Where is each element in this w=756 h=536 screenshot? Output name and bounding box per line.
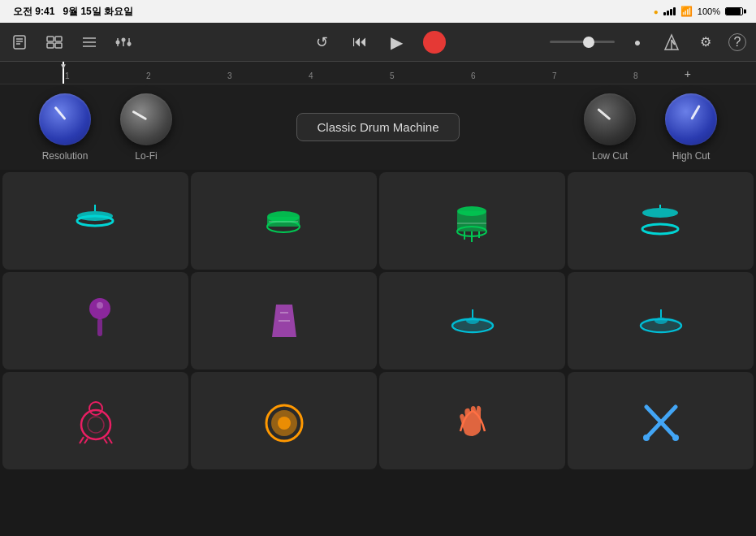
status-bar: 오전 9:41 9월 15일 화요일 ● 📶 100%	[0, 0, 756, 23]
tracks-list-button[interactable]	[78, 31, 101, 54]
new-track-button[interactable]	[10, 31, 32, 54]
lowcut-knob-container: Low Cut	[569, 93, 650, 162]
status-date: 9월 15일 화요일	[63, 6, 133, 17]
volume-slider[interactable]	[550, 41, 615, 43]
lofi-knob-container: Lo-Fi	[106, 93, 187, 162]
resolution-knob-container: Resolution	[24, 93, 106, 162]
svg-point-21	[77, 211, 113, 221]
signal-icon	[663, 7, 676, 15]
pad-hihat-closed[interactable]	[2, 172, 188, 270]
ruler: 1 2 3 4 5 6 7 8 +	[0, 62, 756, 84]
svg-line-54	[108, 437, 112, 443]
pad-shaker[interactable]	[2, 272, 188, 370]
highcut-label: High Cut	[672, 150, 711, 162]
pads-grid	[0, 170, 756, 472]
toolbar-left-group	[10, 31, 135, 54]
resolution-knob-indicator	[54, 106, 66, 119]
toolbar: ↺ ⏮ ▶ ● ⚙ ?	[0, 23, 756, 62]
pad-bass-drum[interactable]	[191, 372, 377, 469]
ruler-mark-8: 8	[633, 71, 638, 80]
pad-sticks[interactable]	[568, 372, 754, 469]
svg-point-49	[654, 318, 667, 324]
preset-name[interactable]: Classic Drum Machine	[296, 113, 459, 141]
rewind-button[interactable]: ⏮	[348, 31, 371, 54]
resolution-knob[interactable]	[39, 93, 91, 145]
add-track-button[interactable]: +	[685, 67, 691, 80]
view-toggle-button[interactable]	[44, 31, 67, 54]
lofi-label: Lo-Fi	[135, 150, 157, 162]
highcut-knob-indicator	[690, 104, 701, 119]
lofi-knob-indicator	[132, 110, 147, 120]
svg-point-63	[643, 434, 650, 441]
svg-line-55	[84, 439, 88, 443]
svg-line-53	[80, 437, 84, 443]
svg-rect-4	[47, 37, 54, 41]
pad-roland[interactable]	[2, 372, 188, 469]
ruler-mark-2: 2	[146, 71, 151, 80]
play-button[interactable]: ▶	[386, 31, 408, 54]
lowcut-label: Low Cut	[592, 150, 628, 162]
controls-area: Resolution Lo-Fi Classic Drum Machine Lo…	[0, 84, 756, 170]
highcut-knob-container: High Cut	[650, 93, 732, 162]
settings-button[interactable]: ⚙	[694, 31, 717, 54]
pad-snare[interactable]	[191, 172, 377, 270]
svg-point-45	[466, 318, 479, 324]
ruler-mark-4: 4	[309, 71, 313, 80]
svg-rect-6	[47, 43, 54, 48]
ruler-mark-6: 6	[471, 71, 476, 80]
svg-rect-7	[55, 43, 62, 48]
pad-clap[interactable]	[379, 372, 565, 469]
resolution-label: Resolution	[42, 150, 89, 162]
lowcut-knob[interactable]	[584, 93, 636, 145]
ruler-mark-3: 3	[227, 71, 232, 80]
svg-rect-38	[97, 318, 102, 336]
svg-line-56	[104, 439, 107, 443]
battery-label: 100%	[698, 6, 720, 16]
help-button[interactable]: ?	[728, 33, 746, 51]
pad-cymbal2[interactable]	[568, 272, 754, 370]
ruler-mark-5: 5	[390, 71, 395, 80]
svg-point-57	[89, 402, 102, 415]
battery-dot: ●	[654, 7, 659, 16]
svg-point-34	[642, 224, 678, 234]
preset-label-container: Classic Drum Machine	[187, 113, 569, 141]
playhead[interactable]	[63, 62, 64, 84]
svg-point-64	[672, 434, 679, 441]
undo-button[interactable]: ↺	[311, 31, 334, 54]
svg-point-12	[116, 40, 120, 44]
svg-point-60	[278, 417, 291, 430]
svg-point-35	[642, 208, 678, 218]
metronome-button[interactable]	[660, 31, 683, 54]
battery-icon	[725, 7, 743, 15]
highcut-knob[interactable]	[665, 93, 717, 145]
transport-group: ↺ ⏮ ▶	[311, 31, 446, 54]
mixer-button[interactable]	[112, 31, 135, 54]
volume-icon: ●	[626, 31, 649, 54]
status-time: 오전 9:41	[13, 6, 54, 17]
lowcut-knob-indicator	[597, 107, 611, 119]
ruler-mark-1: 1	[65, 71, 70, 80]
pad-cowbell[interactable]	[191, 272, 377, 370]
toolbar-right-group: ● ⚙ ?	[550, 31, 746, 54]
lofi-knob[interactable]	[120, 93, 172, 145]
pad-hihat-open[interactable]	[568, 172, 754, 270]
wifi-icon: 📶	[680, 6, 693, 17]
svg-point-16	[127, 41, 132, 45]
ruler-marks: 1 2 3 4 5 6 7 8 +	[65, 62, 691, 84]
svg-point-52	[88, 417, 104, 433]
record-button[interactable]	[423, 31, 446, 54]
ruler-mark-7: 7	[552, 71, 557, 80]
svg-rect-5	[55, 37, 62, 41]
pad-cymbal1[interactable]	[379, 272, 565, 370]
svg-point-39	[97, 302, 103, 309]
pad-snare2[interactable]	[379, 172, 565, 270]
svg-point-14	[122, 37, 126, 41]
svg-rect-0	[14, 36, 25, 49]
